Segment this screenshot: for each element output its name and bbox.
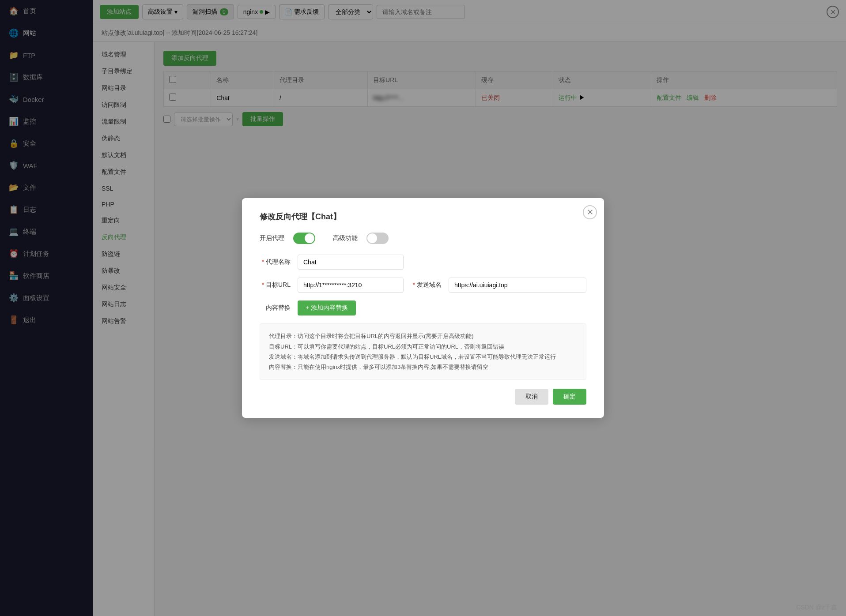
- send-domain-input[interactable]: [449, 278, 586, 293]
- enable-proxy-label: 开启代理: [260, 234, 284, 242]
- content-replace-row: 内容替换 + 添加内容替换: [260, 300, 586, 316]
- advanced-func-toggle[interactable]: [366, 233, 389, 244]
- modal-footer: 取消 确定: [260, 389, 586, 405]
- modal-close-button[interactable]: ✕: [583, 205, 597, 219]
- send-domain-label: 发送域名: [411, 281, 442, 289]
- proxy-name-input[interactable]: [298, 255, 404, 270]
- advanced-func-group: 高级功能: [333, 233, 389, 244]
- watermark: CSDN @z千鑫: [796, 604, 837, 612]
- target-url-label: 目标URL: [260, 281, 291, 289]
- content-replace-label: 内容替换: [260, 304, 291, 312]
- info-line: 内容替换：只能在使用nginx时提供，最多可以添加3条替换内容,如果不需要替换请…: [269, 362, 577, 372]
- toggle-row: 开启代理 高级功能: [260, 233, 586, 244]
- modal: ✕ 修改反向代理【Chat】 开启代理 高级功能 代理名称 目标: [242, 198, 604, 418]
- cancel-button[interactable]: 取消: [515, 389, 548, 405]
- target-url-input[interactable]: [298, 278, 404, 293]
- modal-title: 修改反向代理【Chat】: [260, 211, 586, 222]
- confirm-button[interactable]: 确定: [553, 389, 586, 405]
- enable-proxy-group: 开启代理: [260, 233, 315, 244]
- url-row: 目标URL 发送域名: [260, 278, 586, 293]
- advanced-func-label: 高级功能: [333, 234, 358, 242]
- proxy-name-row: 代理名称: [260, 255, 586, 270]
- modal-overlay[interactable]: ✕ 修改反向代理【Chat】 开启代理 高级功能 代理名称 目标: [0, 0, 846, 616]
- info-line: 目标URL：可以填写你需要代理的站点，目标URL必须为可正常访问的URL，否则将…: [269, 342, 577, 352]
- proxy-name-label: 代理名称: [260, 258, 291, 266]
- add-replace-button[interactable]: + 添加内容替换: [298, 300, 356, 316]
- info-section: 代理目录：访问这个目录时将会把目标URL的内容返回并显示(需要开启高级功能)目标…: [260, 323, 586, 380]
- info-line: 发送域名：将域名添加到请求头传送到代理服务器，默认为目标URL域名，若设置不当可…: [269, 352, 577, 362]
- enable-proxy-toggle[interactable]: [293, 233, 315, 244]
- info-line: 代理目录：访问这个目录时将会把目标URL的内容返回并显示(需要开启高级功能): [269, 331, 577, 341]
